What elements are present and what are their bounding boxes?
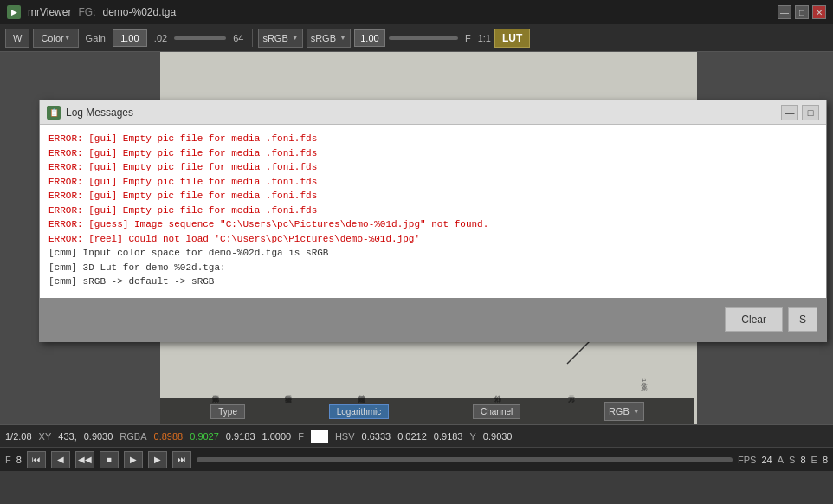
- ratio-slider[interactable]: [389, 36, 458, 40]
- logarithmic-btn[interactable]: Logarithmic: [329, 404, 390, 419]
- a-label: A: [778, 455, 784, 465]
- xy-label: XY: [39, 431, 52, 442]
- x-coord: 433,: [58, 431, 76, 442]
- title-bar: ▶ mrViewer FG: demo-%02d.tga — □ ✕: [0, 0, 833, 24]
- window-controls: — □ ✕: [778, 5, 826, 19]
- color-label: Color: [41, 33, 63, 43]
- color-swatch: [311, 430, 328, 443]
- r-value: 0.8988: [154, 431, 184, 442]
- v-value: 0.9183: [434, 431, 463, 442]
- fg-label: FG:: [78, 6, 95, 18]
- log-error-7: ERROR: [guess] Image sequence "C:\Users\…: [48, 217, 817, 232]
- play-btn[interactable]: ▶: [124, 451, 143, 468]
- log-maximize-btn[interactable]: □: [802, 105, 819, 120]
- a-value: 1.0000: [262, 431, 292, 442]
- f-label: F: [462, 33, 475, 43]
- viewer-area: 資源効率化仕 文字情報処理 対象連続性確認 外部処 力元方 第100 Type …: [0, 52, 833, 424]
- play-reverse-btn[interactable]: ◀◀: [75, 451, 94, 468]
- b-value: 0.9183: [226, 431, 255, 442]
- colorspace1-arrow: ▼: [292, 34, 299, 42]
- g-value: 0.9027: [190, 431, 219, 442]
- status-bar: 1/2.08 XY 433, 0.9030 RGBA 0.8988 0.9027…: [0, 424, 833, 447]
- log-messages-dialog: 📋 Log Messages — □ ERROR: [gui] Empty pi…: [39, 100, 827, 342]
- next-frame-btn[interactable]: ▶: [148, 451, 167, 468]
- log-error-8: ERROR: [reel] Could not load 'C:\Users\p…: [48, 232, 817, 247]
- colorspace2-label: sRGB: [311, 33, 336, 43]
- slider-val2: 64: [229, 33, 247, 43]
- ratio-text: 1:1: [478, 33, 491, 43]
- ratio-status: 1/2.08: [5, 431, 32, 442]
- timeline-track[interactable]: [197, 457, 733, 462]
- colorspace1-dropdown[interactable]: sRGB ▼: [258, 29, 302, 48]
- clear-button[interactable]: Clear: [725, 307, 783, 332]
- app-icon: ▶: [7, 5, 21, 19]
- log-minimize-btn[interactable]: —: [781, 105, 798, 120]
- hsv-label: HSV: [335, 431, 355, 442]
- s-label: S: [789, 455, 795, 465]
- rgb-arrow: ▼: [633, 408, 640, 416]
- color-button[interactable]: Color ▼: [33, 29, 78, 48]
- channel-btn[interactable]: Channel: [473, 404, 520, 419]
- app-title: mrViewer: [28, 6, 71, 18]
- log-error-1: ERROR: [gui] Empty pic file for media .f…: [48, 132, 817, 146]
- histogram-bar: Type Logarithmic Channel RGB ▼: [160, 398, 694, 424]
- maximize-btn[interactable]: □: [795, 5, 809, 19]
- log-dialog-title: Log Messages: [66, 107, 133, 119]
- e-value: 8: [823, 455, 828, 465]
- w-button[interactable]: W: [5, 29, 29, 48]
- log-error-6: ERROR: [gui] Empty pic file for media .f…: [48, 204, 817, 218]
- minimize-btn[interactable]: —: [778, 5, 791, 19]
- skip-to-end-btn[interactable]: ⏭: [172, 451, 191, 468]
- log-info-1: [cmm] Input color space for demo-%02d.tg…: [48, 246, 817, 261]
- log-error-4: ERROR: [gui] Empty pic file for media .f…: [48, 175, 817, 190]
- stop-btn[interactable]: ■: [100, 451, 119, 468]
- log-info-3: [cmm] sRGB -> default -> sRGB: [48, 275, 817, 289]
- log-title-bar: 📋 Log Messages — □: [40, 100, 826, 125]
- log-window-controls: — □: [781, 105, 819, 120]
- scroll-button[interactable]: S: [788, 307, 817, 332]
- s-value: 0.0212: [397, 431, 427, 442]
- color-dropdown-arrow: ▼: [64, 34, 71, 42]
- log-footer: Clear S: [40, 298, 826, 341]
- log-content-area: ERROR: [gui] Empty pic file for media .f…: [40, 125, 826, 298]
- y-value: 0.9030: [483, 431, 513, 442]
- log-info-2: [cmm] 3D Lut for demo-%02d.tga:: [48, 261, 817, 275]
- slider-val1: .02: [151, 33, 171, 43]
- main-toolbar: W Color ▼ Gain .02 64 sRGB ▼ sRGB ▼ F 1:…: [0, 24, 833, 52]
- gain-label: Gain: [82, 33, 109, 43]
- f-status-label: F: [298, 431, 304, 442]
- log-dialog-icon: 📋: [47, 106, 61, 120]
- gain-slider[interactable]: [174, 36, 226, 40]
- playback-bar: F 8 ⏮ ◀ ◀◀ ■ ▶ ▶ ⏭ FPS 24 A S 8 E 8: [0, 447, 833, 471]
- rgb-dropdown[interactable]: RGB ▼: [604, 402, 644, 421]
- s-value: 8: [800, 455, 805, 465]
- close-btn[interactable]: ✕: [812, 5, 826, 19]
- fps-value: 24: [761, 455, 772, 465]
- title-bar-left: ▶ mrViewer FG: demo-%02d.tga: [7, 5, 176, 19]
- prev-frame-btn[interactable]: ◀: [51, 451, 70, 468]
- log-error-3: ERROR: [gui] Empty pic file for media .f…: [48, 160, 817, 175]
- e-label: E: [811, 455, 817, 465]
- frame-number: 8: [16, 455, 22, 465]
- y-coord: 0.9030: [84, 431, 113, 442]
- skip-to-start-btn[interactable]: ⏮: [27, 451, 46, 468]
- log-error-5: ERROR: [gui] Empty pic file for media .f…: [48, 189, 817, 204]
- fps-label: FPS: [738, 455, 756, 465]
- log-title-left: 📋 Log Messages: [47, 106, 133, 120]
- frame-start-label: F: [5, 455, 11, 465]
- colorspace2-dropdown[interactable]: sRGB ▼: [307, 29, 351, 48]
- log-error-2: ERROR: [gui] Empty pic file for media .f…: [48, 146, 817, 161]
- gain-input[interactable]: [113, 29, 147, 47]
- separator1: [252, 29, 253, 47]
- colorspace2-arrow: ▼: [339, 34, 346, 42]
- fg-filename: demo-%02d.tga: [102, 6, 176, 18]
- y-status-label: Y: [470, 431, 476, 442]
- colorspace1-label: sRGB: [262, 33, 287, 43]
- ratio-input[interactable]: [354, 29, 385, 47]
- lut-button[interactable]: LUT: [494, 29, 530, 48]
- type-btn[interactable]: Type: [210, 404, 245, 419]
- rgba-label: RGBA: [119, 431, 146, 442]
- h-value: 0.6333: [362, 431, 391, 442]
- rgb-label: RGB: [609, 406, 630, 417]
